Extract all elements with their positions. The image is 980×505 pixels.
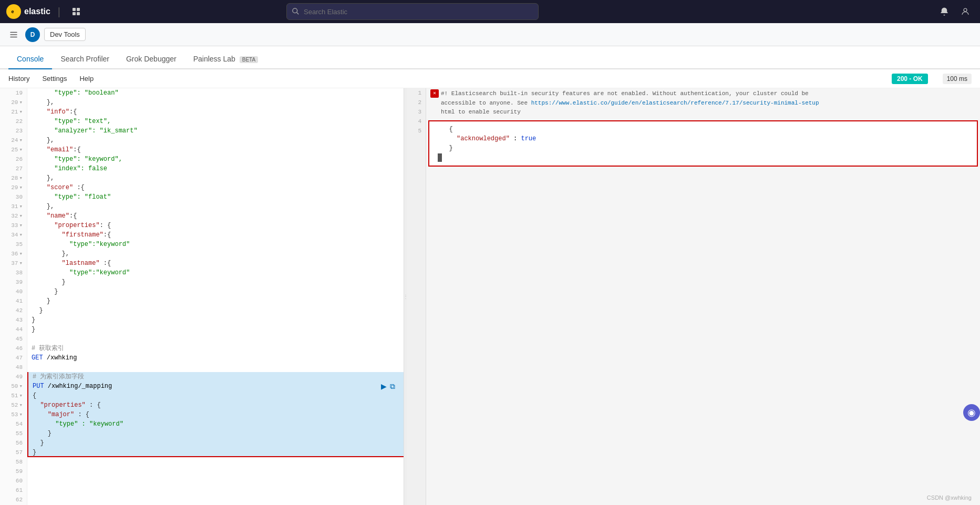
ln-58: 58 [0, 457, 27, 467]
status-badge: 200 - OK [892, 74, 928, 84]
ln-40: 40 [0, 287, 27, 296]
search-input[interactable] [304, 8, 533, 16]
code-line-60 [27, 476, 404, 486]
tab-grok-debugger[interactable]: Grok Debugger [118, 49, 185, 69]
out-ln-2: 2 [407, 98, 426, 107]
ln-29[interactable]: 29 [0, 183, 27, 192]
ln-55: 55 [0, 429, 27, 438]
ln-60: 60 [0, 476, 27, 486]
code-line-46: # 获取索引 [27, 344, 404, 353]
code-line-24: }, [27, 136, 404, 145]
ln-24[interactable]: 24 [0, 136, 27, 145]
code-editor[interactable]: "type": "boolean" }, "info":{ "type": "t… [27, 88, 404, 505]
feedback-button[interactable]: ◉ [963, 404, 980, 421]
menu-bar: History Settings Help 200 - OK 100 ms [0, 69, 980, 88]
code-line-41: } [27, 296, 404, 306]
code-line-29: "score" :{ [27, 183, 404, 192]
ln-62: 62 [0, 495, 27, 504]
second-bar: D Dev Tools [0, 23, 980, 46]
grid-icon[interactable] [68, 3, 85, 20]
run-button[interactable]: ▶ [381, 382, 387, 391]
response-line-3: } [434, 143, 973, 153]
warning-section: ✕ #! Elasticsearch built-in security fea… [426, 88, 980, 118]
beta-badge: BETA [240, 56, 258, 63]
elastic-logo[interactable]: e elastic [6, 4, 50, 19]
tab-painless-lab[interactable]: Painless Lab BETA [185, 49, 266, 69]
error-close-button[interactable]: ✕ [430, 89, 439, 98]
user-icon[interactable] [957, 3, 974, 20]
ln-43: 43 [0, 315, 27, 325]
svg-rect-10 [10, 34, 17, 35]
out-ln-3: 3 [407, 107, 426, 117]
ln-45: 45 [0, 334, 27, 344]
ln-34[interactable]: 34 [0, 230, 27, 240]
ln-31[interactable]: 31 [0, 202, 27, 211]
response-box: { "acknowledged" : true } [428, 120, 978, 167]
ln-52[interactable]: 52 [0, 400, 27, 410]
tab-console[interactable]: Console [8, 49, 52, 69]
ln-28[interactable]: 28 [0, 173, 27, 183]
response-cursor [434, 153, 973, 162]
elastic-logo-text: elastic [24, 7, 50, 16]
notifications-icon[interactable] [936, 3, 953, 20]
code-line-21: "info":{ [27, 107, 404, 117]
feedback-icon: ◉ [967, 407, 976, 418]
svg-rect-3 [77, 8, 80, 11]
ln-56: 56 [0, 438, 27, 448]
code-line-37: "lastname" :{ [27, 259, 404, 268]
ln-54: 54 [0, 419, 27, 429]
ln-37[interactable]: 37 [0, 259, 27, 268]
code-line-20: }, [27, 98, 404, 107]
code-line-27: "index": false [27, 164, 404, 173]
code-line-45 [27, 334, 404, 344]
ln-27: 27 [0, 164, 27, 173]
dev-tools-button[interactable]: Dev Tools [44, 28, 86, 41]
output-code: ✕ #! Elasticsearch built-in security fea… [426, 88, 980, 505]
menu-settings[interactable]: Settings [42, 75, 67, 83]
ln-53[interactable]: 53 [0, 410, 27, 419]
code-line-55: } [27, 429, 404, 438]
menu-history[interactable]: History [8, 75, 29, 83]
ln-57: 57 [0, 448, 27, 457]
ln-21[interactable]: 21 [0, 107, 27, 117]
ln-35: 35 [0, 240, 27, 249]
output-pane: 1 2 3 4 5 ✕ #! Elasticsearch built-in se… [407, 88, 980, 505]
warning-link[interactable]: https://www.elastic.co/guide/en/elastics… [531, 100, 819, 106]
line-numbers: 19 20 21 22 23 24 25 26 27 28 29 30 31 3… [0, 88, 27, 505]
main-content: 19 20 21 22 23 24 25 26 27 28 29 30 31 3… [0, 88, 980, 505]
code-line-53: "major" : { [27, 410, 404, 419]
code-line-35: "type":"keyword" [27, 240, 404, 249]
code-line-59 [27, 467, 404, 476]
code-line-30: "type": "float" [27, 192, 404, 202]
ln-25[interactable]: 25 [0, 145, 27, 154]
ln-20[interactable]: 20 [0, 98, 27, 107]
code-line-36: }, [27, 249, 404, 259]
ln-33[interactable]: 33 [0, 221, 27, 230]
ln-41: 41 [0, 296, 27, 306]
global-search[interactable] [286, 3, 539, 20]
ln-36[interactable]: 36 [0, 249, 27, 259]
ln-51[interactable]: 51 [0, 391, 27, 400]
code-line-31: }, [27, 202, 404, 211]
output-area: 1 2 3 4 5 ✕ #! Elasticsearch built-in se… [407, 88, 980, 505]
code-line-56: } [27, 438, 404, 448]
ln-32[interactable]: 32 [0, 211, 27, 221]
code-line-43: } [27, 315, 404, 325]
warning-line-1: #! Elasticsearch built-in security featu… [441, 89, 819, 99]
ln-50[interactable]: 50 [0, 382, 27, 391]
elastic-logo-icon: e [6, 4, 21, 19]
hamburger-button[interactable] [6, 27, 21, 42]
code-line-42: } [27, 306, 404, 315]
ln-38: 38 [0, 268, 27, 277]
code-line-50: PUT /xwhking/_mapping ▶ ⧉ [27, 382, 404, 391]
code-line-58 [27, 457, 404, 467]
editor-pane: 19 20 21 22 23 24 25 26 27 28 29 30 31 3… [0, 88, 404, 505]
code-line-23: "analyzer": "ik_smart" [27, 126, 404, 136]
code-line-22: "type": "text", [27, 117, 404, 126]
copy-button[interactable]: ⧉ [390, 382, 395, 391]
code-line-34: "firstname":{ [27, 230, 404, 240]
tab-search-profiler[interactable]: Search Profiler [52, 49, 118, 69]
output-line-numbers: 1 2 3 4 5 [407, 88, 426, 505]
out-ln-4: 4 [407, 117, 426, 126]
menu-help[interactable]: Help [79, 75, 94, 83]
